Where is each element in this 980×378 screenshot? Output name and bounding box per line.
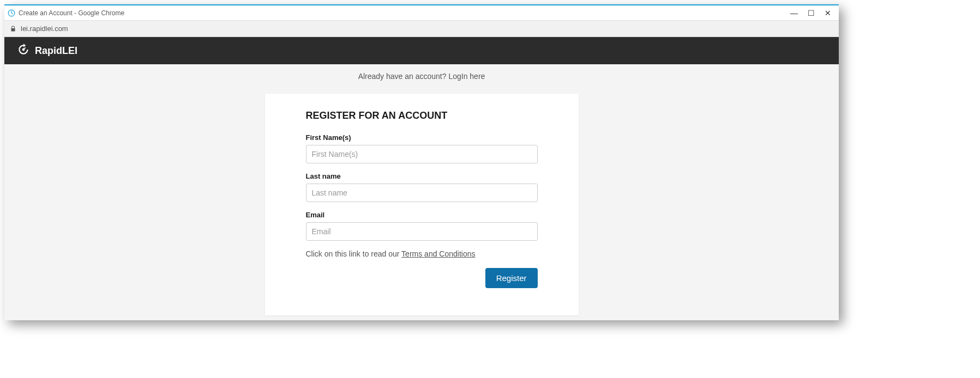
window-controls: — ☐ ✕ xyxy=(790,9,835,17)
terms-prefix: Click on this link to read our xyxy=(306,249,402,258)
terms-line: Click on this link to read our Terms and… xyxy=(306,249,538,258)
lock-icon xyxy=(10,26,16,32)
last-name-label: Last name xyxy=(306,172,538,180)
url-text: lei.rapidlei.com xyxy=(21,25,68,33)
brand-logo[interactable]: RapidLEI xyxy=(16,42,77,59)
browser-window: Create an Account - Google Chrome — ☐ ✕ … xyxy=(4,4,839,320)
terms-link[interactable]: Terms and Conditions xyxy=(401,249,475,258)
first-name-label: First Name(s) xyxy=(306,133,538,142)
first-name-input[interactable] xyxy=(306,145,538,163)
form-title: REGISTER FOR AN ACCOUNT xyxy=(306,110,538,121)
title-bar: Create an Account - Google Chrome — ☐ ✕ xyxy=(4,5,839,21)
favicon-icon xyxy=(8,9,15,17)
register-card: REGISTER FOR AN ACCOUNT First Name(s) La… xyxy=(265,94,579,315)
login-prompt: Already have an account? LogIn here xyxy=(4,72,839,81)
email-group: Email xyxy=(306,211,538,241)
email-input[interactable] xyxy=(306,222,538,241)
last-name-input[interactable] xyxy=(306,184,538,202)
last-name-group: Last name xyxy=(306,172,538,202)
minimize-button[interactable]: — xyxy=(790,9,798,17)
maximize-button[interactable]: ☐ xyxy=(808,9,815,17)
address-bar[interactable]: lei.rapidlei.com xyxy=(4,21,839,37)
window-title: Create an Account - Google Chrome xyxy=(19,9,790,17)
content-area: Already have an account? LogIn here REGI… xyxy=(4,64,839,320)
app-header: RapidLEI xyxy=(4,37,839,64)
clock-arrow-icon xyxy=(16,42,31,59)
email-label: Email xyxy=(306,211,538,219)
login-prompt-text: Already have an account? xyxy=(358,72,449,81)
first-name-group: First Name(s) xyxy=(306,133,538,163)
close-button[interactable]: ✕ xyxy=(825,9,831,17)
login-link[interactable]: LogIn here xyxy=(448,72,485,81)
register-button[interactable]: Register xyxy=(485,268,538,288)
brand-name: RapidLEI xyxy=(35,45,77,57)
